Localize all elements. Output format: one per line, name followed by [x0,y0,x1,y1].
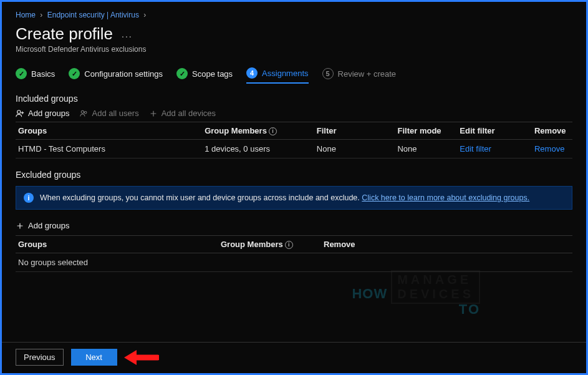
no-groups-text: No groups selected [16,253,572,272]
step-basics[interactable]: ✓ Basics [16,68,55,83]
chevron-right-icon: › [143,11,146,19]
plus-icon [16,222,24,230]
col-groups: Groups [16,122,202,140]
included-groups-table: Groups Group Membersi Filter Filter mode… [16,122,572,158]
add-groups-excluded-button[interactable]: Add groups [16,221,572,230]
group-members: 1 devices, 0 users [202,140,314,158]
info-icon[interactable]: i [269,127,277,135]
step-number-icon: 5 [322,68,334,79]
info-icon: i [24,193,34,203]
person-add-icon [16,109,24,118]
step-label: Review + create [338,69,397,79]
group-filter-mode: None [395,140,457,158]
step-label: Assignments [262,69,308,78]
group-filter: None [314,140,395,158]
svg-point-2 [84,111,87,114]
step-assignments[interactable]: 4 Assignments [246,67,308,84]
people-add-icon [80,109,89,118]
table-row: HTMD - Test Computers 1 devices, 0 users… [16,140,572,158]
included-groups-heading: Included groups [16,94,572,104]
breadcrumb-home[interactable]: Home [16,11,36,19]
notice-text: When excluding groups, you cannot mix us… [40,193,529,202]
step-scope-tags[interactable]: ✓ Scope tags [176,68,233,83]
add-groups-excluded-label: Add groups [28,221,70,230]
add-all-users-label: Add all users [92,109,139,118]
wizard-footer: Previous Next [2,342,586,373]
table-row-empty: No groups selected [16,253,572,272]
col-remove: Remove [321,236,572,253]
col-edit-filter: Edit filter [457,122,532,140]
chevron-right-icon: › [40,11,42,19]
step-number-icon: 4 [246,67,258,79]
step-label: Configuration settings [84,69,163,79]
check-icon: ✓ [69,68,80,79]
more-actions-button[interactable]: ··· [122,31,133,41]
learn-more-link[interactable]: Click here to learn more about excluding… [362,193,529,202]
add-all-users-button[interactable]: Add all users [80,109,139,118]
col-filter-mode: Filter mode [395,122,457,140]
breadcrumb-section[interactable]: Endpoint security | Antivirus [47,11,139,19]
col-groups: Groups [16,236,218,253]
excluded-groups-table: Groups Group Membersi Remove No groups s… [16,235,572,272]
edit-filter-link[interactable]: Edit filter [460,144,491,153]
col-members: Group Membersi [218,236,321,253]
exclude-groups-notice: i When excluding groups, you cannot mix … [16,186,572,210]
remove-link[interactable]: Remove [534,144,564,153]
add-all-devices-label: Add all devices [161,109,216,118]
col-filter: Filter [314,122,395,140]
svg-point-0 [17,110,21,113]
add-groups-label: Add groups [28,109,70,118]
step-review-create[interactable]: 5 Review + create [322,68,397,83]
watermark: HOWMANAGEDEVICES TO [352,270,480,318]
breadcrumb: Home › Endpoint security | Antivirus › [16,11,572,19]
step-configuration-settings[interactable]: ✓ Configuration settings [69,68,163,83]
check-icon: ✓ [16,68,27,79]
next-button[interactable]: Next [71,349,117,366]
page-title: Create profile [16,24,113,44]
page-subtitle: Microsoft Defender Antivirus exclusions [16,45,572,54]
wizard-steps: ✓ Basics ✓ Configuration settings ✓ Scop… [16,67,572,84]
included-toolbar: Add groups Add all users Add all devices [16,109,572,118]
step-label: Scope tags [192,69,233,79]
col-remove: Remove [532,122,572,140]
previous-button[interactable]: Previous [16,349,64,366]
svg-point-1 [81,110,84,113]
check-icon: ✓ [176,68,188,79]
add-groups-button[interactable]: Add groups [16,109,70,118]
step-label: Basics [31,69,55,79]
plus-icon [149,109,158,118]
col-members: Group Membersi [202,122,314,140]
info-icon[interactable]: i [285,241,293,249]
group-name: HTMD - Test Computers [16,140,202,158]
add-all-devices-button[interactable]: Add all devices [149,109,216,118]
excluded-groups-heading: Excluded groups [16,170,572,180]
